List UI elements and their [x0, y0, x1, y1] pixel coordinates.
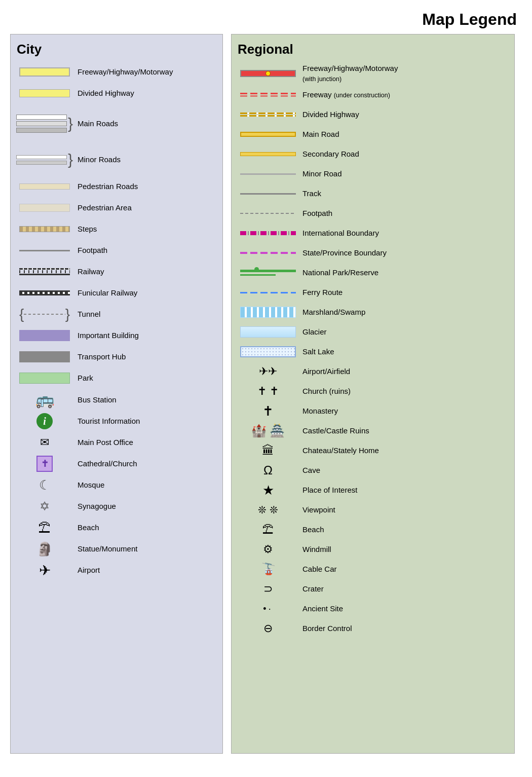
list-item: 🗿 Statue/Monument	[17, 540, 216, 558]
list-item: Divided Highway	[238, 106, 508, 123]
list-item: Divided Highway	[17, 85, 216, 102]
list-item: } Minor Roads	[17, 145, 216, 174]
border-control-symbol: ⊖	[238, 622, 298, 635]
border-control-label: Border Control	[302, 623, 352, 634]
funicular-label: Funicular Railway	[78, 288, 137, 298]
viewpoint-symbol: ❊ ❊	[238, 504, 298, 516]
pedestrian-roads-symbol	[17, 183, 72, 190]
divided-highway-label: Divided Highway	[78, 88, 134, 98]
page-title: Map Legend	[10, 10, 522, 29]
list-item: Freeway/Highway/Motorway(with junction)	[238, 63, 508, 83]
reg-freeway-under-symbol	[238, 93, 298, 97]
beach-reg-label: Beach	[302, 525, 324, 535]
synagogue-label: Synagogue	[78, 501, 116, 511]
reg-track-label: Track	[302, 189, 321, 199]
list-item: ✈ Airport	[17, 562, 216, 579]
salt-lake-symbol	[238, 346, 298, 357]
monastery-cross-icon: ✝	[262, 403, 274, 419]
beach-icon: ⛱	[39, 521, 51, 535]
tourist-info-symbol: i	[17, 413, 72, 429]
cave-icon: Ω	[263, 463, 273, 477]
reg-minor-label: Minor Road	[302, 169, 342, 179]
list-item: ⚙ Windmill	[238, 541, 508, 558]
list-item: Railway	[17, 263, 216, 280]
pedestrian-roads-label: Pedestrian Roads	[78, 181, 138, 192]
city-section: City Freeway/Highway/Motorway Divided Hi…	[10, 34, 223, 754]
statue-icon: 🗿	[36, 541, 53, 557]
list-item: Freeway/Highway/Motorway	[17, 63, 216, 81]
list-item: Ferry Route	[238, 284, 508, 301]
reg-freeway-symbol	[238, 70, 298, 77]
salt-lake-label: Salt Lake	[302, 347, 334, 357]
reg-main-road-label: Main Road	[302, 129, 339, 139]
list-item: Marshland/Swamp	[238, 304, 508, 320]
tunnel-label: Tunnel	[78, 309, 100, 319]
list-item: Footpath	[238, 205, 508, 221]
cave-symbol: Ω	[238, 463, 298, 477]
main-roads-label: Main Roads	[78, 119, 118, 129]
list-item: Transport Hub	[17, 348, 216, 365]
list-item: Ω Cave	[238, 462, 508, 478]
cable-car-label: Cable Car	[302, 564, 337, 574]
beach-reg-symbol: ⛱	[238, 523, 298, 536]
mosque-symbol: ☾	[17, 477, 72, 493]
glacier-symbol	[238, 326, 298, 338]
list-item: 🏛 Chateau/Stately Home	[238, 442, 508, 459]
park-label: Park	[78, 373, 93, 383]
castle-symbol: 🏰 🏯	[238, 424, 298, 438]
state-boundary-label: State/Province Boundary	[302, 248, 387, 258]
statue-label: Statue/Monument	[78, 544, 137, 554]
list-item: Steps	[17, 220, 216, 238]
list-item: Track	[238, 186, 508, 202]
list-item: 🚌 Bus Station	[17, 391, 216, 409]
steps-symbol	[17, 226, 72, 232]
ancient-site-label: Ancient Site	[302, 604, 343, 614]
intl-boundary-label: International Boundary	[302, 228, 379, 238]
transport-hub-label: Transport Hub	[78, 352, 126, 362]
list-item: Main Road	[238, 126, 508, 142]
poi-symbol: ★	[238, 483, 298, 498]
list-item: Footpath	[17, 242, 216, 259]
list-item: Salt Lake	[238, 344, 508, 360]
list-item: ⛱ Beach	[17, 519, 216, 536]
crater-icon: ⊃	[263, 582, 273, 596]
marshland-label: Marshland/Swamp	[302, 307, 365, 317]
regional-section: Regional Freeway/Highway/Motorway(with j…	[231, 34, 515, 754]
windmill-icon: ⚙	[263, 543, 273, 556]
windmill-label: Windmill	[302, 544, 331, 554]
list-item: ✝ Cathedral/Church	[17, 455, 216, 472]
monastery-symbol: ✝	[238, 403, 298, 419]
minor-roads-symbol: }	[17, 151, 72, 168]
list-item: •· Ancient Site	[238, 601, 508, 617]
cross-icon: ✝ ✝	[257, 385, 279, 398]
pedestrian-area-label: Pedestrian Area	[78, 203, 132, 213]
star-icon: ★	[262, 483, 274, 498]
statue-symbol: 🗿	[17, 541, 72, 557]
post-office-symbol: ✉	[17, 436, 72, 449]
church-ruins-symbol: ✝ ✝	[238, 385, 298, 398]
castle-icon: 🏰 🏯	[251, 424, 285, 438]
crater-label: Crater	[302, 584, 324, 594]
transport-hub-symbol	[17, 351, 72, 362]
list-item: Important Building	[17, 327, 216, 344]
beach-city-label: Beach	[78, 523, 99, 533]
list-item: ⊃ Crater	[238, 581, 508, 597]
intl-boundary-symbol	[238, 231, 298, 235]
crater-symbol: ⊃	[238, 582, 298, 596]
star-of-david-icon: ✡	[40, 499, 50, 513]
reg-divided-label: Divided Highway	[302, 109, 359, 120]
reg-freeway-under-label: Freeway (under construction)	[302, 90, 390, 100]
tourist-info-label: Tourist Information	[78, 416, 140, 426]
reg-secondary-symbol	[238, 152, 298, 156]
chateau-symbol: 🏛	[238, 443, 298, 458]
glacier-label: Glacier	[302, 327, 327, 337]
list-item: ★ Place of Interest	[238, 482, 508, 498]
list-item: ✝ ✝ Church (ruins)	[238, 383, 508, 399]
poi-label: Place of Interest	[302, 485, 357, 495]
freeway-symbol	[17, 67, 72, 77]
list-item: ✝ Monastery	[238, 403, 508, 419]
divided-highway-symbol	[17, 89, 72, 97]
list-item: } Main Roads	[17, 106, 216, 141]
list-item: ✈✈ Airport/Airfield	[238, 363, 508, 380]
railway-symbol	[17, 268, 72, 275]
